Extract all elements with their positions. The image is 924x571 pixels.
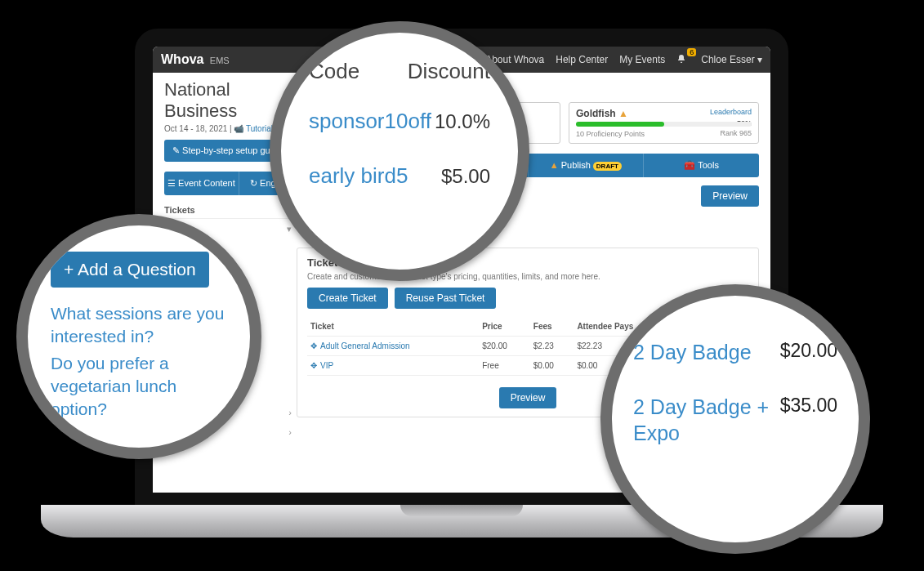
brand: Whova EMS bbox=[161, 52, 230, 67]
badge-name[interactable]: 2 Day Badge + Expo bbox=[633, 395, 772, 446]
create-ticket-button[interactable]: Create Ticket bbox=[307, 288, 388, 309]
question-item[interactable]: Do you prefer a vegetarian lunch option? bbox=[51, 352, 234, 422]
discount-value: $5.00 bbox=[441, 165, 490, 188]
ticket-name[interactable]: ✥Adult General Admission bbox=[307, 337, 479, 356]
badge-name[interactable]: 2 Day Badge bbox=[633, 340, 752, 365]
nav-help[interactable]: Help Center bbox=[556, 54, 608, 65]
camera-icon: 📹 bbox=[234, 124, 243, 133]
tutorial-link[interactable]: Tutorial bbox=[246, 124, 273, 133]
badge-price: $35.00 bbox=[780, 395, 837, 417]
wand-icon: ✎ bbox=[172, 145, 180, 155]
gamification-box: Leaderboard Goldfish ▲ 50% 10 Proficienc… bbox=[569, 102, 759, 144]
laptop-notch bbox=[400, 505, 523, 516]
side-head-tickets: Tickets bbox=[164, 202, 292, 219]
event-dates: Oct 14 - 18, 2021 | bbox=[164, 124, 234, 133]
warn-icon: ▲ bbox=[550, 160, 559, 170]
brand-sub: EMS bbox=[210, 56, 230, 65]
nav-myevents[interactable]: My Events bbox=[619, 54, 665, 65]
ticket-fees: $2.23 bbox=[530, 337, 574, 356]
preview-button-bottom[interactable]: Preview bbox=[499, 387, 557, 408]
reuse-ticket-button[interactable]: Reuse Past Ticket bbox=[395, 288, 497, 309]
warn-icon: ▲ bbox=[618, 108, 628, 119]
preview-button-top[interactable]: Preview bbox=[701, 185, 759, 207]
briefcase-icon: 🧰 bbox=[684, 160, 695, 170]
ticket-price: $20.00 bbox=[479, 337, 530, 356]
ticket-fees: $0.00 bbox=[530, 356, 574, 376]
drag-icon[interactable]: ✥ bbox=[310, 361, 317, 370]
progress-bar bbox=[576, 122, 752, 127]
tab-tools[interactable]: 🧰 Tools bbox=[644, 154, 759, 177]
zoom-discount-codes: Code Discount sponsor10off 10.0% early b… bbox=[270, 21, 529, 281]
leaderboard-link[interactable]: Leaderboard bbox=[710, 108, 752, 116]
add-question-button[interactable]: + Add a Question bbox=[51, 252, 209, 288]
zoom-badges: 2 Day Badge $20.00 2 Day Badge + Expo $3… bbox=[600, 284, 870, 554]
question-item[interactable]: What sessions are you interested in? bbox=[51, 302, 234, 349]
game-rank: Rank 965 bbox=[720, 129, 752, 137]
discount-value: 10.0% bbox=[435, 110, 490, 133]
brand-name: Whova bbox=[161, 52, 203, 66]
bell-badge: 6 bbox=[687, 48, 696, 56]
game-points: 10 Proficiency Points bbox=[576, 130, 645, 138]
col-price: Price bbox=[479, 317, 530, 337]
tab-event-content[interactable]: ☰ Event Content bbox=[164, 172, 239, 195]
badge-price: $20.00 bbox=[780, 340, 837, 362]
event-title: National Business bbox=[164, 79, 292, 122]
ticket-name[interactable]: ✥VIP bbox=[307, 356, 479, 376]
discount-code[interactable]: sponsor10off bbox=[309, 109, 431, 134]
bell-icon[interactable]: 6 bbox=[676, 53, 690, 66]
discount-col-code: Code bbox=[309, 59, 359, 84]
ticket-price: Free bbox=[479, 356, 530, 376]
discount-col-discount: Discount bbox=[408, 59, 490, 84]
tab-publish[interactable]: ▲ PublishDRAFT bbox=[529, 154, 645, 177]
user-menu[interactable]: Chloe Esser ▾ bbox=[701, 54, 762, 65]
discount-code[interactable]: early bird5 bbox=[309, 163, 408, 189]
zoom-add-question: + Add a Question What sessions are you i… bbox=[16, 214, 261, 459]
col-fees: Fees bbox=[530, 317, 574, 337]
drag-icon[interactable]: ✥ bbox=[310, 341, 317, 350]
col-ticket: Ticket bbox=[307, 317, 479, 337]
draft-badge: DRAFT bbox=[593, 162, 622, 171]
